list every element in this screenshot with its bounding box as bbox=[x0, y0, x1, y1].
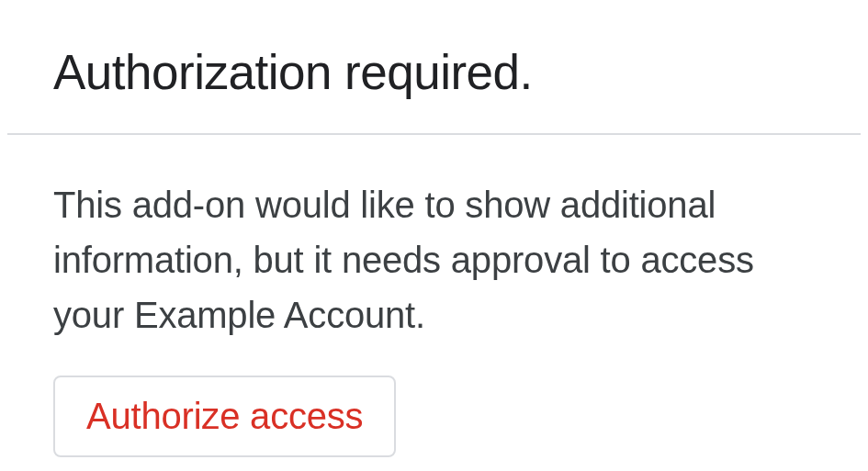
dialog-header: Authorization required. bbox=[0, 0, 868, 133]
authorization-description: This add-on would like to show additiona… bbox=[53, 177, 815, 342]
authorize-access-button[interactable]: Authorize access bbox=[53, 376, 396, 457]
dialog-body: This add-on would like to show additiona… bbox=[0, 135, 868, 457]
dialog-title: Authorization required. bbox=[53, 44, 815, 100]
